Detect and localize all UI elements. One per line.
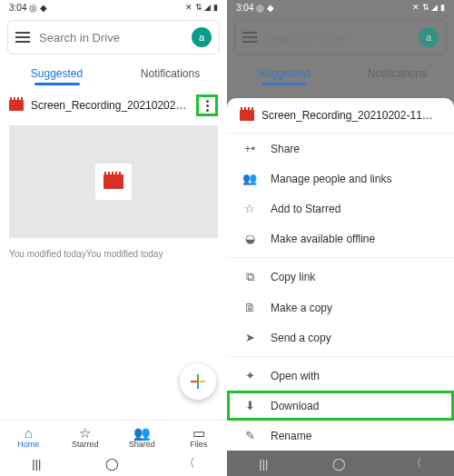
plus-icon — [191, 374, 205, 389]
status-icons: ✕ ⇅ ◢ ▮ — [412, 3, 445, 12]
share-icon: +• — [242, 142, 258, 155]
sheet-sendcopy[interactable]: ➤Send a copy — [227, 322, 454, 352]
nav-files[interactable]: ▭Files — [171, 421, 228, 451]
video-icon — [240, 110, 254, 121]
status-icons: ✕ ⇅ ◢ ▮ — [185, 3, 218, 12]
home-icon[interactable]: ◯ — [332, 457, 346, 471]
phone-left: 3:04 ◎ ◆ ✕ ⇅ ◢ ▮ Search in Drive a Sugge… — [0, 0, 227, 476]
status-time: 3:04 ◎ ◆ — [236, 3, 274, 13]
sheet-copylink[interactable]: ⧉Copy link — [227, 262, 454, 293]
system-bar: ||| ◯ 〈 — [0, 451, 227, 476]
more-icon — [206, 100, 209, 112]
tabs: Suggested Notifications — [0, 60, 227, 85]
back-icon[interactable]: 〈 — [410, 455, 422, 471]
search-input[interactable]: Search in Drive — [39, 31, 183, 45]
recents-icon[interactable]: ||| — [259, 457, 268, 471]
nav-shared[interactable]: 👥Shared — [114, 421, 171, 451]
modified-text: You modified todayYou modified today — [0, 243, 227, 264]
file-preview[interactable] — [9, 125, 218, 238]
sheet-header: Screen_Recording_20210202-115611_Fil... — [227, 98, 454, 134]
people-icon: 👥 — [114, 426, 171, 440]
sheet-makecopy[interactable]: 🗎Make a copy — [227, 293, 454, 322]
sheet-openwith[interactable]: ✦Open with — [227, 361, 454, 391]
status-bar: 3:04 ◎ ◆ ✕ ⇅ ◢ ▮ — [227, 0, 454, 15]
home-icon: ⌂ — [0, 426, 57, 440]
system-bar: ||| ◯ 〈 — [227, 451, 454, 476]
tabs: Suggested Notifications — [227, 60, 454, 85]
bottom-sheet: Screen_Recording_20210202-115611_Fil... … — [227, 98, 454, 476]
nav-starred[interactable]: ☆Starred — [57, 421, 114, 451]
home-icon[interactable]: ◯ — [105, 457, 119, 471]
link-icon: ⧉ — [242, 270, 258, 284]
offline-icon: ◒ — [242, 232, 258, 245]
file-name: Screen_Recording_20210202-11... — [31, 99, 189, 112]
sheet-star[interactable]: ☆Add to Starred — [227, 193, 454, 223]
people-icon: 👥 — [242, 172, 258, 185]
tab-suggested[interactable]: Suggested — [0, 60, 114, 85]
more-button[interactable] — [196, 94, 218, 116]
sheet-manage[interactable]: 👥Manage people and links — [227, 164, 454, 193]
menu-icon[interactable] — [15, 32, 30, 43]
search-box: Search in Drive a — [234, 20, 447, 55]
nav-home[interactable]: ⌂Home — [0, 421, 57, 451]
fab-new[interactable] — [180, 363, 216, 400]
menu-icon — [242, 32, 257, 43]
tab-suggested: Suggested — [227, 60, 340, 85]
recents-icon[interactable]: ||| — [32, 457, 41, 471]
video-icon — [9, 100, 24, 111]
tab-notifications[interactable]: Notifications — [114, 60, 227, 85]
star-icon: ☆ — [242, 202, 258, 215]
preview-thumb — [95, 164, 132, 200]
status-bar: 3:04 ◎ ◆ ✕ ⇅ ◢ ▮ — [0, 0, 227, 15]
search-input: Search in Drive — [266, 31, 410, 45]
file-row[interactable]: Screen_Recording_20210202-11... — [0, 85, 227, 120]
star-icon: ☆ — [57, 426, 114, 440]
sheet-list: +•Share 👥Manage people and links ☆Add to… — [227, 134, 454, 476]
bottom-nav: ⌂Home ☆Starred 👥Shared ▭Files — [0, 420, 227, 451]
phone-right: 3:04 ◎ ◆ ✕ ⇅ ◢ ▮ Search in Drive a Sugge… — [227, 0, 454, 476]
openwith-icon: ✦ — [242, 369, 258, 382]
sheet-file-name: Screen_Recording_20210202-115611_Fil... — [262, 109, 434, 122]
avatar[interactable]: a — [192, 27, 212, 47]
send-icon: ➤ — [242, 331, 258, 344]
download-icon: ⬇ — [242, 399, 258, 412]
back-icon[interactable]: 〈 — [183, 455, 195, 471]
tab-notifications: Notifications — [340, 60, 454, 85]
sheet-rename[interactable]: ✎Rename — [227, 421, 454, 451]
copy-icon: 🗎 — [242, 301, 258, 314]
sheet-offline[interactable]: ◒Make available offline — [227, 223, 454, 253]
rename-icon: ✎ — [242, 429, 258, 442]
search-box[interactable]: Search in Drive a — [7, 20, 220, 55]
avatar: a — [419, 27, 439, 47]
status-time: 3:04 ◎ ◆ — [9, 3, 47, 13]
folder-icon: ▭ — [171, 426, 228, 440]
sheet-share[interactable]: +•Share — [227, 134, 454, 164]
sheet-download[interactable]: ⬇Download — [227, 391, 454, 421]
